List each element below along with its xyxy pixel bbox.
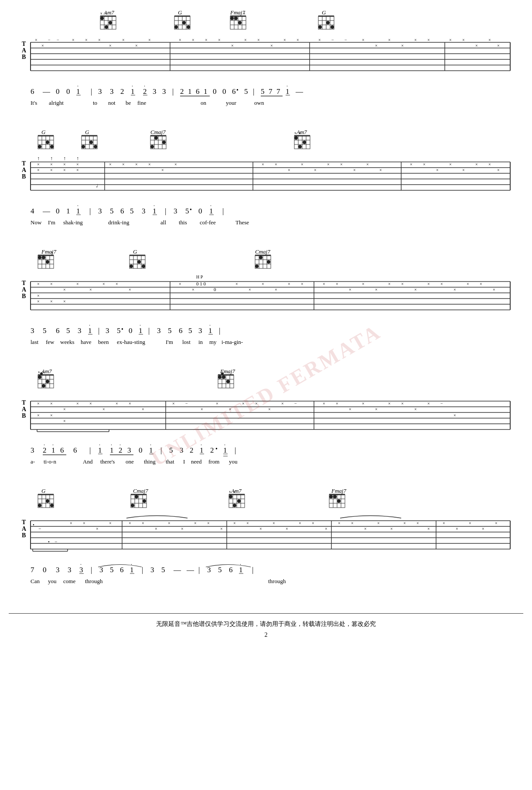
svg-text:|: |	[160, 446, 162, 454]
svg-text:6: 6	[196, 87, 200, 96]
svg-text:3: 3	[110, 87, 114, 96]
svg-text:3: 3	[99, 566, 103, 574]
svg-text:3: 3	[78, 326, 82, 335]
lyric-its: It's	[31, 100, 37, 106]
svg-text:×: ×	[63, 419, 66, 423]
svg-point-518	[143, 499, 146, 503]
svg-text:6: 6	[120, 566, 124, 574]
svg-text:5: 5	[66, 326, 70, 335]
svg-text:5: 5	[130, 207, 134, 215]
svg-text:I'm: I'm	[166, 339, 173, 345]
lyric-through-1: through	[85, 578, 103, 584]
svg-text:there's: there's	[100, 458, 115, 465]
svg-point-270	[46, 260, 49, 264]
svg-point-142	[38, 145, 41, 148]
svg-text:0: 0	[214, 287, 216, 292]
svg-text:×: ×	[388, 38, 391, 42]
svg-text:0: 0	[43, 566, 47, 574]
tab-a: A	[22, 47, 27, 54]
svg-text:×: ×	[440, 282, 443, 286]
svg-text:×: ×	[168, 521, 171, 526]
svg-text:×: ×	[102, 282, 105, 286]
svg-point-540	[337, 499, 341, 503]
chord-cmaj7-s5: Cmaj7	[133, 488, 148, 494]
svg-point-291	[267, 260, 270, 264]
svg-point-517	[135, 495, 138, 498]
svg-text:6: 6	[232, 87, 236, 96]
svg-text:·: ·	[153, 203, 155, 209]
svg-text:×: ×	[325, 526, 327, 531]
svg-text:×: ×	[259, 526, 262, 531]
section-4: Am7 x x Fmaj7	[9, 365, 523, 481]
svg-text:B: B	[22, 412, 26, 419]
svg-point-152	[82, 145, 85, 148]
svg-text:×: ×	[249, 287, 251, 292]
svg-text:thing: thing	[144, 458, 156, 465]
svg-text:3: 3	[153, 87, 157, 96]
svg-text:|: |	[89, 446, 91, 454]
svg-text:5: 5	[261, 87, 265, 96]
svg-point-163	[154, 136, 158, 140]
svg-text:0: 0	[222, 87, 226, 96]
svg-point-153	[89, 141, 93, 144]
chord-cmaj7-s3: Cmaj7	[255, 248, 270, 255]
svg-text:×: ×	[172, 401, 175, 406]
svg-point-506	[38, 504, 41, 507]
svg-text:×: ×	[37, 282, 40, 286]
svg-text:×: ×	[427, 38, 430, 42]
svg-text:—: —	[295, 87, 304, 96]
svg-text:one: one	[126, 458, 134, 465]
svg-text:×: ×	[50, 413, 53, 418]
svg-text:♩: ♩	[96, 183, 98, 188]
svg-text:×: ×	[336, 401, 338, 406]
svg-text:a-: a-	[31, 458, 35, 465]
svg-text:x: x	[243, 11, 246, 15]
svg-text:×: ×	[268, 407, 271, 412]
svg-text:T: T	[22, 399, 26, 406]
svg-point-538	[329, 495, 333, 498]
svg-text:not: not	[108, 100, 116, 106]
svg-text:×: ×	[375, 407, 378, 412]
svg-text:×: ×	[116, 282, 118, 286]
svg-text:−: −	[55, 539, 57, 544]
svg-text:3: 3	[31, 326, 34, 335]
svg-text:—: —	[173, 566, 181, 574]
svg-text:×: ×	[286, 526, 288, 531]
svg-point-31	[238, 21, 242, 24]
svg-text:×: ×	[482, 526, 484, 531]
svg-text:·: ·	[131, 561, 132, 567]
svg-text:×: ×	[351, 521, 354, 526]
svg-text:·: ·	[77, 83, 78, 89]
svg-text:5: 5	[117, 326, 121, 335]
svg-text:×: ×	[192, 287, 194, 292]
svg-text:×: ×	[122, 162, 125, 167]
svg-text:·: ·	[119, 442, 121, 448]
svg-text:last: last	[31, 339, 38, 345]
svg-text:×: ×	[129, 401, 131, 406]
svg-text:×: ×	[89, 287, 92, 292]
svg-text:5: 5	[169, 446, 173, 454]
svg-text:×: ×	[76, 162, 79, 167]
svg-text:↑: ↑	[76, 155, 79, 161]
svg-text:all: all	[160, 219, 166, 226]
svg-point-41	[326, 21, 330, 24]
svg-text:7: 7	[276, 87, 280, 96]
svg-text:×: ×	[129, 521, 131, 526]
svg-text:|: |	[198, 566, 200, 574]
svg-text:×: ×	[443, 521, 445, 526]
svg-text:×: ×	[403, 521, 406, 526]
svg-text:·: ·	[140, 322, 141, 328]
svg-text:×: ×	[37, 168, 40, 172]
svg-text:|: |	[148, 326, 150, 335]
svg-text:|: |	[235, 446, 236, 454]
svg-text:my: my	[209, 339, 217, 345]
svg-text:7: 7	[269, 87, 273, 96]
svg-text:·: ·	[144, 83, 145, 89]
svg-text:×: ×	[493, 287, 495, 292]
svg-text:·: ·	[132, 83, 133, 89]
svg-point-508	[50, 504, 54, 507]
note-6: 6	[31, 87, 34, 96]
svg-point-20	[182, 21, 186, 24]
svg-text:×: ×	[427, 401, 430, 406]
svg-point-268	[38, 256, 41, 259]
